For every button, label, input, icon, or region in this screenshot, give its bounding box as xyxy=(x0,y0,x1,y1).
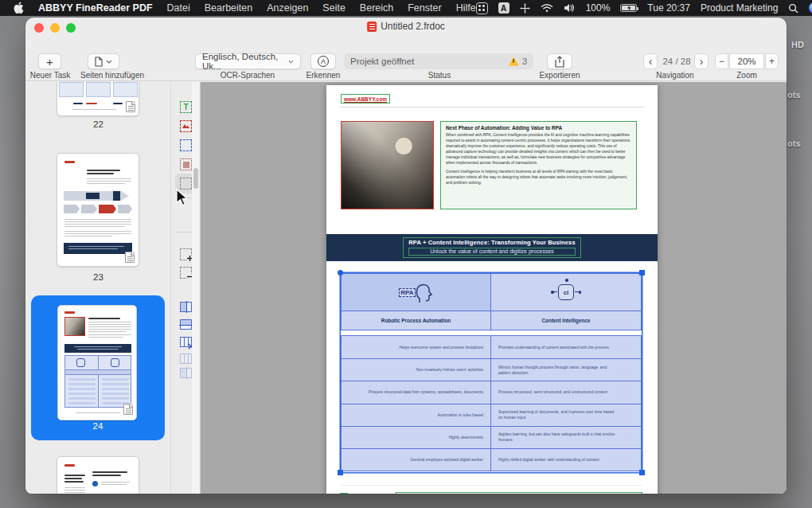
page-number-23: 23 xyxy=(25,272,171,282)
spotlight-search-icon[interactable] xyxy=(788,3,798,14)
banner-text-region[interactable]: RPA + Content Intelligence: Transforming… xyxy=(403,237,581,259)
add-to-region-tool[interactable] xyxy=(179,248,193,261)
article-text-region[interactable]: Next Phase of Automation: Adding Value t… xyxy=(440,121,637,209)
toolbar: + Neuer Task Seiten hinzufügen Englisch,… xyxy=(25,35,787,81)
nav-next-button[interactable]: › xyxy=(694,53,709,69)
menu-account[interactable]: Product Marketing xyxy=(701,2,778,14)
table-region-icon xyxy=(180,139,192,151)
plus-icon: + xyxy=(769,56,775,67)
zoom-in-button[interactable]: + xyxy=(765,53,779,69)
status-field[interactable]: Projekt geöffnet 3 xyxy=(344,53,533,69)
header-rule xyxy=(340,107,644,107)
warning-count: 3 xyxy=(522,57,527,66)
thumbnail-page-25[interactable] xyxy=(57,456,139,494)
table-cell: Process structured data from systems, sp… xyxy=(342,381,491,403)
selection-handle-bottom-left[interactable] xyxy=(338,470,343,475)
footer-page-icon-region[interactable] xyxy=(340,493,348,494)
zoom-out-button[interactable]: − xyxy=(715,53,728,69)
selected-table-region[interactable]: RPA ci xyxy=(341,273,642,472)
table-row: General employee assisted digital worker… xyxy=(342,448,641,471)
document-view[interactable]: www.ABBYY.com Next Phase of Automation: … xyxy=(201,82,787,494)
window-title-text: Untitled 2.frdoc xyxy=(381,21,445,32)
ci-icon-cell: ci xyxy=(491,274,641,311)
warning-icon xyxy=(509,57,519,66)
table-cell: General employee assisted digital worker xyxy=(342,449,491,471)
table-cell: Provides understanding of content associ… xyxy=(491,336,641,358)
delete-separator-tool[interactable] xyxy=(179,335,193,349)
menu-datei[interactable]: Datei xyxy=(167,2,190,14)
status-warning[interactable]: 3 xyxy=(509,57,527,66)
parallels-status-icon[interactable] xyxy=(476,2,488,14)
zoom-value: 20% xyxy=(729,53,764,69)
add-vertical-separator-tool[interactable] xyxy=(179,300,193,314)
menu-hilfe[interactable]: Hilfe xyxy=(456,2,476,14)
chevron-left-icon: ‹ xyxy=(649,56,653,67)
pdf-page-24: www.ABBYY.com Next Phase of Automation: … xyxy=(326,85,658,494)
desktop-icon-label-hd[interactable]: HD xyxy=(791,40,804,49)
page-icon xyxy=(95,57,103,67)
table-cell: Highly deterministic xyxy=(342,427,491,448)
table-row: Helps overcome system and process limita… xyxy=(342,336,641,358)
page-badge-icon xyxy=(125,252,135,263)
zoom-window-button[interactable] xyxy=(66,23,76,33)
region-tools-palette: T xyxy=(171,82,201,494)
close-button[interactable] xyxy=(34,23,44,33)
recognize-button[interactable]: A xyxy=(310,53,336,69)
page-badge-icon xyxy=(123,404,133,415)
battery-icon[interactable] xyxy=(620,4,637,12)
background-picture-region-tool[interactable] xyxy=(179,158,193,171)
desktop-icon-label-ots-2[interactable]: ots xyxy=(787,139,801,148)
input-source-icon[interactable]: A xyxy=(498,2,509,14)
picture-region-tool[interactable] xyxy=(179,119,193,133)
menu-app-name[interactable]: ABBYY FineReader PDF xyxy=(38,2,153,14)
volume-icon[interactable] xyxy=(564,3,576,13)
thumbnail-page-24[interactable] xyxy=(57,305,137,420)
selection-handle-top-left[interactable] xyxy=(338,270,343,275)
chevron-down-icon xyxy=(288,60,294,64)
palette-scroll-thumb[interactable] xyxy=(193,168,198,189)
ocr-languages-select[interactable]: Englisch, Deutsch, Uk... xyxy=(195,53,301,69)
footer-text-region[interactable]: New Technologies Give Rise to Content In… xyxy=(396,492,642,494)
thumbnail-page-23[interactable] xyxy=(57,153,139,267)
nav-prev-button[interactable]: ‹ xyxy=(643,53,658,69)
plus-icon: + xyxy=(46,55,53,68)
add-pages-button[interactable] xyxy=(88,53,119,69)
desktop-icon-label-ots-1[interactable]: ots xyxy=(787,90,801,100)
thumbnail-page-24-selected[interactable]: 24 xyxy=(31,295,165,440)
new-task-button[interactable]: + xyxy=(38,53,61,69)
table-region-tool[interactable] xyxy=(179,139,193,152)
minimize-button[interactable] xyxy=(50,23,60,33)
menu-fenster[interactable]: Fenster xyxy=(408,2,441,14)
add-horizontal-separator-tool[interactable] xyxy=(179,318,193,331)
merge-cells-tool[interactable] xyxy=(179,352,193,365)
share-icon xyxy=(555,56,564,68)
table-row: Automation is rules based Supervised lea… xyxy=(342,404,641,426)
export-button[interactable] xyxy=(547,53,572,69)
pages-panel: 22 xyxy=(25,82,171,494)
screen: HD ots ots ABBYY FineReader PDF Datei Be… xyxy=(0,0,812,508)
menu-bereich[interactable]: Bereich xyxy=(360,2,393,14)
wifi-icon[interactable] xyxy=(541,3,553,13)
table-row: Non-invasively mimics users' activities … xyxy=(342,358,641,381)
siri-icon[interactable] xyxy=(809,2,812,14)
selection-handle-top-right[interactable] xyxy=(639,270,645,275)
menu-bearbeiten[interactable]: Bearbeiten xyxy=(205,2,252,14)
accessibility-move-icon[interactable] xyxy=(520,3,530,14)
apple-menu-icon[interactable] xyxy=(14,2,24,14)
photo-picture-region[interactable] xyxy=(341,121,434,209)
menu-anzeigen[interactable]: Anzeigen xyxy=(267,2,308,14)
thumbnail-page-22[interactable] xyxy=(57,82,139,116)
table-cell: Process structured, semi-structured, and… xyxy=(491,381,641,403)
menu-seite[interactable]: Seite xyxy=(322,2,345,14)
subtract-region-icon xyxy=(180,267,192,279)
text-region-tool[interactable]: T xyxy=(179,100,193,114)
subtract-from-region-tool[interactable] xyxy=(179,266,193,279)
menu-clock[interactable]: Tue 20:37 xyxy=(647,2,690,14)
url-text-region[interactable]: www.ABBYY.com xyxy=(341,94,390,104)
delete-separator-icon xyxy=(180,337,192,347)
table-cell: Mimics human thought process through vis… xyxy=(491,359,641,381)
split-cells-tool[interactable] xyxy=(179,366,193,380)
horizontal-separator-icon xyxy=(180,319,192,330)
selection-handle-bottom-right[interactable] xyxy=(639,470,645,475)
split-cells-icon xyxy=(180,368,192,378)
